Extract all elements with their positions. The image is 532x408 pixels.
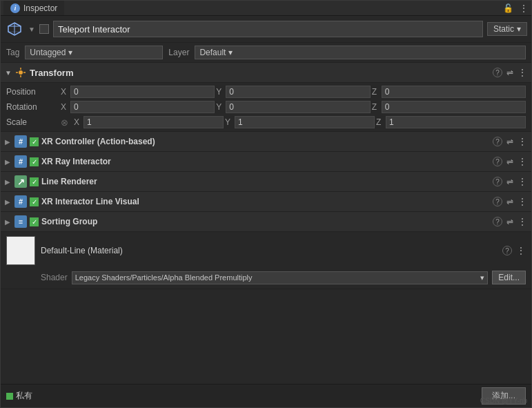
scale-x-label: X	[74, 117, 82, 127]
position-y-input[interactable]: 0	[226, 86, 370, 98]
line-renderer-actions: ? ⇌ ⋮	[493, 176, 527, 187]
material-name: Default-Line (Material)	[41, 246, 123, 255]
layer-chevron: ▾	[228, 48, 233, 57]
xr-ray-checkbox[interactable]: ✓	[30, 157, 39, 166]
material-preview[interactable]	[6, 236, 35, 265]
watermark: CSDN @YY-nb	[480, 397, 527, 405]
edit-button[interactable]: Edit...	[492, 271, 526, 284]
line-renderer-settings[interactable]: ⇌	[506, 177, 513, 186]
line-renderer-checkbox[interactable]: ✓	[30, 177, 39, 186]
line-renderer-help[interactable]: ?	[493, 177, 502, 186]
layer-dropdown[interactable]: Default ▾	[195, 46, 526, 59]
shader-row: Shader Legacy Shaders/Particles/Alpha Bl…	[1, 269, 531, 289]
component-row-xr-line-visual[interactable]: ▶ # ✓ XR Interactor Line Visual ? ⇌ ⋮	[1, 192, 531, 212]
rotation-z-label: Z	[372, 102, 380, 112]
component-row-sorting-group[interactable]: ▶ ≡ ✓ Sorting Group ? ⇌ ⋮	[1, 212, 531, 232]
component-row-line-renderer[interactable]: ▶ ↗ ✓ Line Renderer ? ⇌ ⋮	[1, 172, 531, 192]
transform-expand-arrow: ▼	[5, 69, 12, 77]
rotation-x-input[interactable]: 0	[70, 101, 215, 113]
position-xyz: X 0 Y 0 Z 0	[61, 86, 526, 98]
position-x-label: X	[61, 87, 69, 97]
scale-link-icon[interactable]: ⊗	[61, 117, 68, 128]
scale-y-input[interactable]: 1	[235, 116, 375, 128]
static-label: Static	[493, 24, 514, 34]
components-list: ▶ # ✓ XR Controller (Action-based) ? ⇌ ⋮…	[1, 132, 531, 232]
component-row-xr-controller[interactable]: ▶ # ✓ XR Controller (Action-based) ? ⇌ ⋮	[1, 132, 531, 152]
layer-value: Default	[199, 48, 226, 57]
xr-controller-settings[interactable]: ⇌	[506, 137, 513, 146]
material-header: Default-Line (Material) ? ⋮	[1, 232, 531, 269]
tab-bar: i Inspector 🔓 ⋮	[1, 1, 531, 16]
position-y-label: Y	[216, 87, 224, 97]
info-icon: i	[10, 3, 20, 13]
scale-x-input[interactable]: 1	[83, 116, 224, 128]
sorting-group-more[interactable]: ⋮	[518, 216, 527, 227]
component-row-xr-ray[interactable]: ▶ # ✓ XR Ray Interactor ? ⇌ ⋮	[1, 152, 531, 172]
rotation-z-input[interactable]: 0	[382, 101, 526, 113]
xr-controller-more[interactable]: ⋮	[518, 136, 527, 147]
xr-controller-help[interactable]: ?	[493, 137, 502, 146]
xr-controller-expand: ▶	[5, 138, 12, 146]
rotation-xyz: X 0 Y 0 Z 0	[61, 101, 526, 113]
footer: 私有 添加...	[1, 384, 531, 407]
transform-section-header[interactable]: ▼ Transform ? ⇌ ⋮	[1, 63, 531, 83]
position-x-input[interactable]: 0	[70, 86, 215, 98]
header-expand[interactable]: ▼	[28, 26, 35, 33]
tab-more-icon[interactable]: ⋮	[519, 3, 529, 14]
xr-line-visual-actions: ? ⇌ ⋮	[493, 196, 527, 207]
private-label: 私有	[16, 390, 32, 402]
rotation-label: Rotation	[6, 102, 58, 112]
lock-icon[interactable]: 🔓	[503, 3, 513, 13]
material-info: Default-Line (Material)	[41, 246, 497, 255]
scale-y-label: Y	[225, 117, 233, 127]
svg-point-4	[19, 70, 23, 75]
line-renderer-more[interactable]: ⋮	[518, 176, 527, 187]
active-checkbox[interactable]	[39, 24, 49, 34]
scale-z-label: Z	[376, 117, 384, 127]
shader-dropdown[interactable]: Legacy Shaders/Particles/Alpha Blended P…	[72, 271, 489, 284]
layer-label: Layer	[168, 48, 189, 57]
position-z-input[interactable]: 0	[382, 86, 526, 98]
xr-ray-expand: ▶	[5, 158, 12, 166]
xr-line-visual-more[interactable]: ⋮	[518, 196, 527, 207]
inspector-tab[interactable]: i Inspector	[3, 1, 64, 15]
position-label: Position	[6, 87, 58, 97]
xr-controller-icon: #	[14, 135, 27, 148]
material-more[interactable]: ⋮	[516, 245, 526, 256]
tag-dropdown[interactable]: Untagged ▾	[25, 46, 163, 59]
material-help[interactable]: ?	[502, 246, 512, 255]
xr-ray-name: XR Ray Interactor	[41, 157, 490, 166]
scale-xyz: X 1 Y 1 Z 1	[74, 116, 526, 128]
xr-ray-help[interactable]: ?	[493, 157, 502, 166]
scale-z-input[interactable]: 1	[386, 116, 526, 128]
rotation-y-label: Y	[216, 102, 224, 112]
sorting-group-settings[interactable]: ⇌	[506, 217, 513, 226]
tag-value: Untagged	[30, 48, 66, 57]
transform-settings-icon[interactable]: ⇌	[506, 68, 513, 77]
xr-line-visual-name: XR Interactor Line Visual	[41, 197, 490, 206]
xr-ray-settings[interactable]: ⇌	[506, 157, 513, 166]
xr-ray-more[interactable]: ⋮	[518, 156, 527, 167]
xr-controller-checkbox[interactable]: ✓	[30, 137, 39, 146]
transform-actions: ? ⇌ ⋮	[493, 67, 527, 78]
object-name-input[interactable]: Teleport Interactor	[53, 21, 483, 37]
xr-controller-name: XR Controller (Action-based)	[41, 137, 490, 146]
xr-line-visual-settings[interactable]: ⇌	[506, 197, 513, 206]
static-button[interactable]: Static ▾	[487, 22, 527, 36]
private-tag: 私有	[6, 390, 32, 402]
transform-more-icon[interactable]: ⋮	[518, 67, 527, 78]
sorting-group-help[interactable]: ?	[493, 217, 502, 226]
cube-icon	[5, 19, 24, 39]
sorting-group-checkbox[interactable]: ✓	[30, 217, 39, 226]
xr-line-visual-help[interactable]: ?	[493, 197, 502, 206]
scale-row: Scale ⊗ X 1 Y 1 Z 1	[1, 115, 531, 130]
xr-line-visual-checkbox[interactable]: ✓	[30, 197, 39, 206]
rotation-y-input[interactable]: 0	[226, 101, 370, 113]
tag-label: Tag	[6, 48, 19, 57]
tab-title: Inspector	[23, 3, 57, 13]
line-renderer-icon: ↗	[14, 175, 27, 188]
transform-help-icon[interactable]: ?	[493, 68, 502, 77]
position-z-label: Z	[372, 87, 380, 97]
tab-bar-actions: 🔓 ⋮	[503, 3, 529, 14]
material-section: Default-Line (Material) ? ⋮ Shader Legac…	[1, 232, 531, 289]
